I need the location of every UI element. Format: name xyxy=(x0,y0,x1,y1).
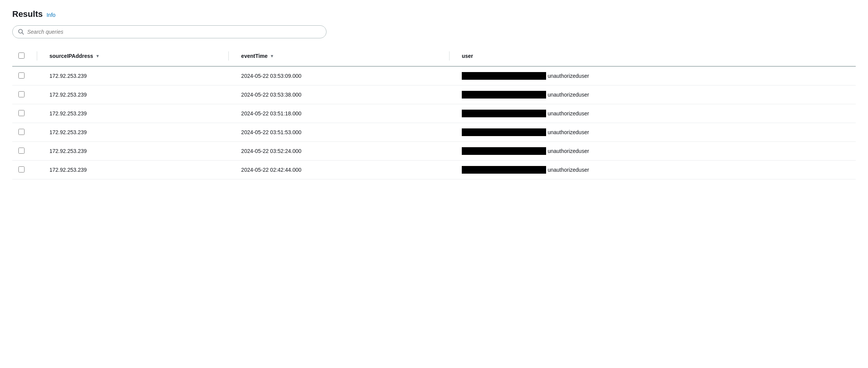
cell-eventTime: 2024-05-22 03:52:24.000 xyxy=(235,142,443,161)
select-all-checkbox-header[interactable] xyxy=(12,46,31,66)
sort-icon-eventTime: ▼ xyxy=(270,54,274,58)
row-checkbox-cell[interactable] xyxy=(12,123,31,142)
row-divider-3 xyxy=(443,142,456,161)
cell-eventTime: 2024-05-22 03:53:38.000 xyxy=(235,85,443,104)
search-input[interactable] xyxy=(27,29,321,35)
cell-user: unauthorizeduser xyxy=(456,123,856,142)
sort-icon-sourceIPAddress: ▼ xyxy=(95,54,100,58)
column-divider-3 xyxy=(443,46,456,66)
row-divider-2 xyxy=(222,161,235,179)
row-checkbox[interactable] xyxy=(18,72,25,79)
row-checkbox-cell[interactable] xyxy=(12,66,31,85)
results-table: sourceIPAddress ▼ eventTime ▼ user 172.9… xyxy=(12,46,856,179)
col-header-sourceIPAddress[interactable]: sourceIPAddress ▼ xyxy=(43,46,222,66)
search-box xyxy=(12,25,327,38)
row-divider-2 xyxy=(222,85,235,104)
info-link[interactable]: Info xyxy=(46,12,55,18)
col-header-eventTime[interactable]: eventTime ▼ xyxy=(235,46,443,66)
row-checkbox-cell[interactable] xyxy=(12,161,31,179)
row-divider-2 xyxy=(222,66,235,85)
col-header-user: user xyxy=(456,46,856,66)
redacted-content xyxy=(462,166,546,174)
redacted-content xyxy=(462,128,546,136)
cell-user: unauthorizeduser xyxy=(456,104,856,123)
row-divider-3 xyxy=(443,85,456,104)
cell-sourceIPAddress: 172.92.253.239 xyxy=(43,66,222,85)
cell-eventTime: 2024-05-22 03:51:18.000 xyxy=(235,104,443,123)
table-row: 172.92.253.2392024-05-22 03:53:38.000una… xyxy=(12,85,856,104)
row-checkbox-cell[interactable] xyxy=(12,142,31,161)
page-title: Results xyxy=(12,9,43,19)
row-checkbox[interactable] xyxy=(18,91,25,97)
row-divider-1 xyxy=(31,142,43,161)
cell-eventTime: 2024-05-22 03:51:53.000 xyxy=(235,123,443,142)
row-divider-3 xyxy=(443,161,456,179)
search-icon xyxy=(18,29,24,35)
user-value: unauthorizeduser xyxy=(548,73,589,79)
cell-sourceIPAddress: 172.92.253.239 xyxy=(43,104,222,123)
redacted-content xyxy=(462,110,546,117)
user-value: unauthorizeduser xyxy=(548,92,589,98)
row-divider-1 xyxy=(31,85,43,104)
row-checkbox[interactable] xyxy=(18,166,25,172)
cell-user: unauthorizeduser xyxy=(456,142,856,161)
row-divider-3 xyxy=(443,66,456,85)
row-checkbox[interactable] xyxy=(18,110,25,116)
row-divider-2 xyxy=(222,142,235,161)
column-divider-2 xyxy=(222,46,235,66)
row-checkbox-cell[interactable] xyxy=(12,85,31,104)
cell-user: unauthorizeduser xyxy=(456,85,856,104)
table-row: 172.92.253.2392024-05-22 03:52:24.000una… xyxy=(12,142,856,161)
redacted-content xyxy=(462,72,546,80)
table-row: 172.92.253.2392024-05-22 02:42:44.000una… xyxy=(12,161,856,179)
cell-sourceIPAddress: 172.92.253.239 xyxy=(43,85,222,104)
svg-line-1 xyxy=(22,33,24,34)
row-divider-1 xyxy=(31,123,43,142)
row-checkbox[interactable] xyxy=(18,148,25,154)
cell-eventTime: 2024-05-22 03:53:09.000 xyxy=(235,66,443,85)
row-divider-1 xyxy=(31,104,43,123)
page-header: Results Info xyxy=(12,9,856,19)
cell-user: unauthorizeduser xyxy=(456,161,856,179)
cell-sourceIPAddress: 172.92.253.239 xyxy=(43,161,222,179)
redacted-content xyxy=(462,147,546,155)
row-divider-1 xyxy=(31,161,43,179)
table-row: 172.92.253.2392024-05-22 03:51:53.000una… xyxy=(12,123,856,142)
row-checkbox[interactable] xyxy=(18,129,25,135)
row-divider-3 xyxy=(443,123,456,142)
row-divider-2 xyxy=(222,104,235,123)
table-row: 172.92.253.2392024-05-22 03:51:18.000una… xyxy=(12,104,856,123)
redacted-content xyxy=(462,91,546,99)
row-divider-3 xyxy=(443,104,456,123)
cell-sourceIPAddress: 172.92.253.239 xyxy=(43,123,222,142)
user-value: unauthorizeduser xyxy=(548,110,589,117)
cell-user: unauthorizeduser xyxy=(456,66,856,85)
cell-eventTime: 2024-05-22 02:42:44.000 xyxy=(235,161,443,179)
user-value: unauthorizeduser xyxy=(548,148,589,154)
row-checkbox-cell[interactable] xyxy=(12,104,31,123)
select-all-checkbox[interactable] xyxy=(18,53,25,59)
table-body: 172.92.253.2392024-05-22 03:53:09.000una… xyxy=(12,66,856,179)
table-header-row: sourceIPAddress ▼ eventTime ▼ user xyxy=(12,46,856,66)
column-divider-1 xyxy=(31,46,43,66)
table-row: 172.92.253.2392024-05-22 03:53:09.000una… xyxy=(12,66,856,85)
row-divider-1 xyxy=(31,66,43,85)
search-container xyxy=(12,25,856,38)
row-divider-2 xyxy=(222,123,235,142)
cell-sourceIPAddress: 172.92.253.239 xyxy=(43,142,222,161)
user-value: unauthorizeduser xyxy=(548,129,589,135)
user-value: unauthorizeduser xyxy=(548,167,589,173)
